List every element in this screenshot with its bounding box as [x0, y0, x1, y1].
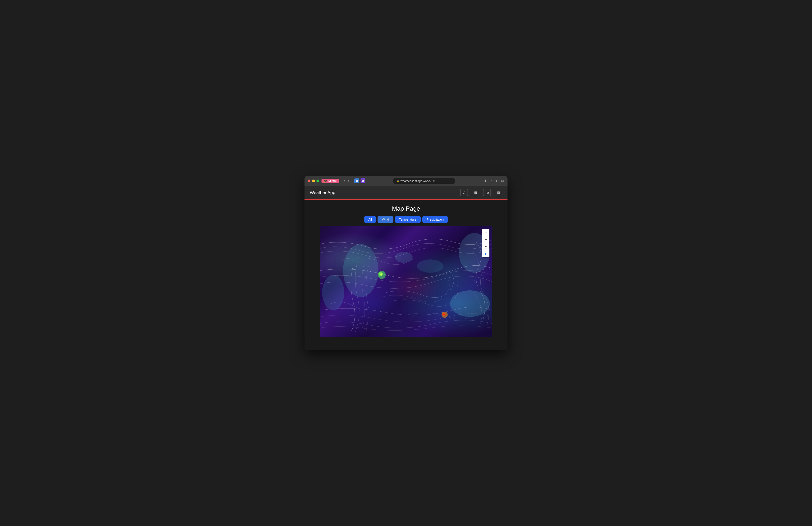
filter-all[interactable]: All — [364, 216, 376, 223]
school-tag[interactable]: 🎓 School — [321, 179, 339, 183]
map-controls: + − ✦ ➤ — [482, 229, 489, 257]
tabs-icon[interactable]: ⧉ — [500, 178, 504, 184]
browser-toolbar: ⬇ ↑ + ⧉ — [483, 178, 504, 184]
columns-button[interactable]: ⊞ — [472, 189, 479, 196]
tab-icon-2: 💬 — [361, 179, 365, 182]
svg-point-10 — [395, 252, 412, 263]
calendar-button[interactable]: 19 — [483, 189, 491, 196]
nav-buttons: ‹ › — [343, 179, 350, 183]
wind-streams-layer — [320, 226, 492, 337]
download-icon[interactable]: ⬇ — [483, 178, 488, 184]
header-tools: ⏱ ⊞ 19 ⊟ — [460, 189, 502, 196]
tab-favicons: 📋 💬 — [354, 179, 365, 183]
traffic-lights — [308, 180, 319, 182]
address-bar: 🔒 weather.santiago.works ↻ — [367, 178, 481, 184]
tab-favicon-2[interactable]: 💬 — [361, 179, 365, 183]
zoom-in-button[interactable]: + — [482, 229, 489, 236]
app-header: Weather App ⏱ ⊞ 19 ⊟ — [304, 186, 508, 200]
minimize-button[interactable] — [312, 180, 315, 182]
graduation-cap-icon: 🎓 — [324, 179, 327, 183]
url-display[interactable]: 🔒 weather.santiago.works ↻ — [393, 178, 455, 184]
filter-precipitation[interactable]: Precipitation — [422, 216, 448, 223]
app-title: Weather App — [310, 190, 335, 195]
url-text: weather.santiago.works — [401, 179, 431, 183]
svg-point-3 — [322, 275, 344, 310]
browser-window: 🎓 School ‹ › 📋 💬 🔒 weather.santiago.work… — [304, 176, 508, 350]
title-bar: 🎓 School ‹ › 📋 💬 🔒 weather.santiago.work… — [304, 176, 508, 186]
map-container[interactable]: + − ✦ ➤ — [320, 226, 492, 337]
svg-point-6 — [380, 273, 382, 275]
svg-point-9 — [443, 314, 445, 315]
back-button[interactable]: ‹ — [343, 179, 346, 183]
filter-temperature[interactable]: Temperature — [395, 216, 421, 223]
map-canvas: + − ✦ ➤ — [320, 226, 492, 337]
svg-point-11 — [417, 259, 444, 273]
tab-icon-1: 📋 — [355, 179, 359, 182]
share-icon[interactable]: ↑ — [489, 178, 493, 184]
svg-point-0 — [343, 244, 378, 297]
history-button[interactable]: ⏱ — [460, 189, 468, 196]
forward-button[interactable]: › — [347, 179, 350, 183]
page-title: Map Page — [309, 205, 503, 212]
filter-tabs: All Wind Temperature Precipitation — [309, 216, 503, 223]
lock-icon: 🔒 — [396, 180, 400, 182]
compass-button[interactable]: ✦ — [482, 243, 489, 250]
zoom-out-button[interactable]: − — [482, 236, 489, 243]
page-content: Map Page All Wind Temperature Precipitat… — [304, 200, 508, 350]
maximize-button[interactable] — [316, 180, 319, 182]
school-tag-label: School — [328, 179, 337, 182]
tab-favicon-1[interactable]: 📋 — [354, 179, 359, 183]
navigate-button[interactable]: ➤ — [482, 250, 489, 257]
grid-button[interactable]: ⊟ — [495, 189, 502, 196]
reload-icon: ↻ — [433, 179, 435, 183]
filter-wind[interactable]: Wind — [378, 216, 393, 223]
close-button[interactable] — [308, 180, 310, 182]
new-tab-icon[interactable]: + — [495, 178, 498, 184]
